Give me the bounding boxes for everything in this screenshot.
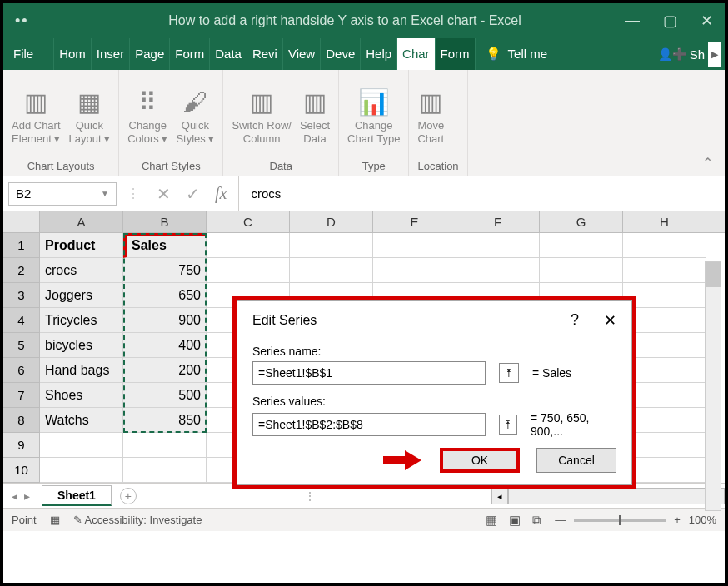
row-header[interactable]: 4 [3,308,40,333]
cell[interactable]: Shoes [40,383,123,408]
range-picker-icon[interactable]: ⭱ [499,363,519,383]
cell[interactable] [373,258,456,283]
formula-input[interactable]: crocs [238,176,281,211]
cancel-button[interactable]: Cancel [536,448,616,473]
quick-layout-button[interactable]: ▦ Quick Layout ▾ [69,86,111,145]
row-header[interactable]: 6 [3,358,40,383]
normal-view-icon[interactable]: ▦ [486,513,497,528]
cell[interactable]: 400 [123,333,207,358]
cell[interactable]: 900 [123,308,207,333]
cell[interactable] [40,458,123,483]
series-name-input[interactable]: =Sheet1!$B$1 [252,361,486,385]
cell[interactable] [373,233,456,258]
cell[interactable]: Hand bags [40,358,123,383]
zoom-out-icon[interactable]: — [555,514,566,526]
macro-record-icon[interactable]: ▦ [50,514,60,526]
change-colors-button[interactable]: ⠿ Change Colors ▾ [127,86,167,145]
accessibility-status[interactable]: ✎ Accessibility: Investigate [73,514,202,526]
add-chart-element-button[interactable]: ▥ Add Chart Element ▾ [12,86,61,145]
quick-access-toolbar[interactable]: •• [15,12,65,30]
tab-insert[interactable]: Inser [91,38,129,70]
tab-formulas[interactable]: Form [169,38,209,70]
new-sheet-icon[interactable]: + [120,488,137,504]
cell[interactable] [290,233,373,258]
share-label[interactable]: Sh [690,47,705,62]
switch-row-column-button[interactable]: ▥ Switch Row/ Column [232,86,292,145]
col-header-d[interactable]: D [290,211,373,232]
page-break-view-icon[interactable]: ⧉ [532,513,541,528]
cell[interactable]: 650 [123,283,207,308]
cell-sales-header[interactable]: Sales [123,233,207,258]
cell[interactable]: 500 [123,383,207,408]
series-values-input[interactable]: =Sheet1!$B$2:$B$8 [252,413,486,436]
ok-button[interactable]: OK [440,448,520,473]
cell[interactable] [540,233,623,258]
select-data-button[interactable]: ▥ Select Data [300,86,330,145]
cell[interactable] [540,258,623,283]
cell[interactable]: Product [40,233,123,258]
tell-me-search[interactable]: 💡 Tell me [475,38,558,70]
tab-format[interactable]: Form [435,38,475,70]
col-header-e[interactable]: E [373,211,456,232]
cell[interactable] [623,233,706,258]
cell[interactable] [456,233,540,258]
hscroll-left-icon[interactable]: ◂ [491,488,508,504]
share-icon[interactable]: 👤➕ [658,47,686,61]
zoom-level[interactable]: 100% [689,514,716,526]
tab-data[interactable]: Data [209,38,247,70]
close-dialog-icon[interactable]: ✕ [604,311,616,330]
cell[interactable]: 200 [123,358,207,383]
row-header[interactable]: 3 [3,283,40,308]
select-all-triangle[interactable] [3,211,40,232]
ribbon-scroll-right-icon[interactable]: ▶ [708,42,721,67]
tab-file[interactable]: File [3,38,45,70]
name-box[interactable]: B2 ▼ [8,182,117,206]
cell[interactable] [123,433,207,458]
cell[interactable]: 750 [123,258,207,283]
cancel-formula-icon[interactable]: ✕ [157,184,171,204]
tab-home[interactable]: Hom [53,38,91,70]
row-header[interactable]: 2 [3,258,40,283]
cell[interactable]: crocs [40,258,123,283]
enter-formula-icon[interactable]: ✓ [186,184,200,204]
tab-review[interactable]: Revi [247,38,282,70]
row-header[interactable]: 7 [3,383,40,408]
range-picker-icon[interactable]: ⭱ [499,415,517,435]
minimize-icon[interactable]: — [625,12,640,30]
sheet-nav-prev-icon[interactable]: ◂ [12,489,17,503]
tab-chart-design[interactable]: Char [396,38,435,70]
col-header-g[interactable]: G [540,211,623,232]
page-layout-view-icon[interactable]: ▣ [509,513,521,528]
row-header[interactable]: 9 [3,433,40,458]
row-header[interactable]: 1 [3,233,40,258]
maximize-icon[interactable]: ▢ [663,12,677,30]
row-header[interactable]: 10 [3,458,40,483]
cell[interactable]: Tricycles [40,308,123,333]
cell[interactable] [207,233,290,258]
col-header-f[interactable]: F [456,211,540,232]
col-header-b[interactable]: B [123,211,207,232]
tab-help[interactable]: Help [360,38,396,70]
cell[interactable] [456,258,540,283]
move-chart-button[interactable]: ▥ Move Chart [417,86,444,145]
cell[interactable]: bicycles [40,333,123,358]
insert-function-icon[interactable]: fx [215,184,227,204]
cell[interactable] [290,258,373,283]
cell[interactable] [207,258,290,283]
cell[interactable] [123,458,207,483]
tab-developer[interactable]: Deve [320,38,360,70]
vertical-scrollbar[interactable] [705,261,721,511]
scrollbar-thumb[interactable] [706,262,721,287]
sheet-nav-next-icon[interactable]: ▸ [24,489,30,503]
horizontal-scrollbar[interactable] [508,488,708,504]
quick-styles-button[interactable]: 🖌 Quick Styles ▾ [176,86,214,145]
cell[interactable]: Watchs [40,408,123,433]
tab-page-layout[interactable]: Page [129,38,169,70]
cell[interactable] [623,258,706,283]
row-header[interactable]: 8 [3,408,40,433]
dropdown-icon[interactable]: ▼ [101,189,109,198]
col-header-a[interactable]: A [40,211,123,232]
sheet-tab-sheet1[interactable]: Sheet1 [42,485,112,506]
change-chart-type-button[interactable]: 📊 Change Chart Type [347,86,400,145]
tab-view[interactable]: View [282,38,320,70]
